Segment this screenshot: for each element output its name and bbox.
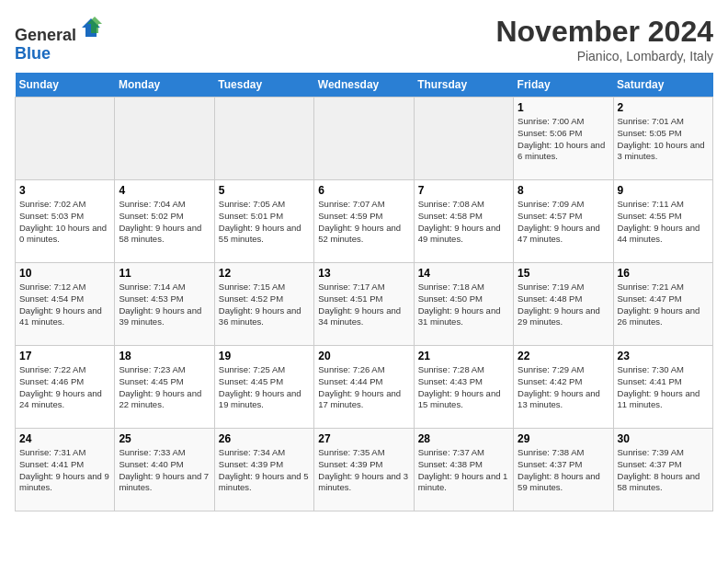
calendar-cell: 28Sunrise: 7:37 AM Sunset: 4:38 PM Dayli… — [414, 429, 513, 511]
logo-icon — [78, 15, 104, 40]
calendar-cell: 25Sunrise: 7:33 AM Sunset: 4:40 PM Dayli… — [115, 429, 214, 511]
weekday-header-monday: Monday — [115, 73, 214, 98]
week-row-1: 1Sunrise: 7:00 AM Sunset: 5:06 PM Daylig… — [16, 98, 713, 180]
day-number: 24 — [19, 432, 110, 445]
calendar-cell: 18Sunrise: 7:23 AM Sunset: 4:45 PM Dayli… — [115, 346, 214, 429]
calendar-cell: 7Sunrise: 7:08 AM Sunset: 4:58 PM Daylig… — [414, 180, 513, 263]
day-number: 8 — [518, 184, 609, 197]
month-title: November 2024 — [495, 15, 713, 49]
calendar-cell: 24Sunrise: 7:31 AM Sunset: 4:41 PM Dayli… — [16, 429, 115, 511]
day-info: Sunrise: 7:21 AM Sunset: 4:47 PM Dayligh… — [618, 282, 709, 328]
calendar-cell — [314, 98, 414, 180]
day-number: 19 — [219, 350, 310, 362]
day-number: 7 — [418, 184, 509, 197]
day-number: 10 — [19, 267, 110, 280]
day-info: Sunrise: 7:23 AM Sunset: 4:45 PM Dayligh… — [119, 364, 210, 411]
day-info: Sunrise: 7:04 AM Sunset: 5:02 PM Dayligh… — [119, 199, 210, 246]
week-row-2: 3Sunrise: 7:02 AM Sunset: 5:03 PM Daylig… — [16, 180, 713, 263]
day-number: 29 — [518, 432, 609, 445]
day-number: 2 — [618, 101, 709, 114]
calendar-cell: 2Sunrise: 7:01 AM Sunset: 5:05 PM Daylig… — [613, 98, 712, 180]
day-info: Sunrise: 7:26 AM Sunset: 4:44 PM Dayligh… — [318, 364, 409, 411]
day-info: Sunrise: 7:15 AM Sunset: 4:52 PM Dayligh… — [219, 282, 310, 328]
day-number: 3 — [19, 184, 110, 197]
week-row-5: 24Sunrise: 7:31 AM Sunset: 4:41 PM Dayli… — [16, 429, 713, 511]
calendar-cell: 20Sunrise: 7:26 AM Sunset: 4:44 PM Dayli… — [314, 346, 414, 429]
day-info: Sunrise: 7:08 AM Sunset: 4:58 PM Dayligh… — [418, 199, 509, 246]
calendar-cell: 10Sunrise: 7:12 AM Sunset: 4:54 PM Dayli… — [16, 263, 115, 346]
day-info: Sunrise: 7:38 AM Sunset: 4:37 PM Dayligh… — [518, 447, 609, 494]
calendar-cell: 13Sunrise: 7:17 AM Sunset: 4:51 PM Dayli… — [314, 263, 414, 346]
day-info: Sunrise: 7:00 AM Sunset: 5:06 PM Dayligh… — [518, 116, 609, 163]
day-number: 23 — [618, 350, 709, 362]
day-info: Sunrise: 7:05 AM Sunset: 5:01 PM Dayligh… — [219, 199, 310, 246]
calendar-cell — [414, 98, 513, 180]
calendar-cell — [214, 98, 313, 180]
logo: General Blue — [15, 15, 104, 63]
day-number: 6 — [318, 184, 409, 197]
calendar-cell: 11Sunrise: 7:14 AM Sunset: 4:53 PM Dayli… — [115, 263, 214, 346]
title-block: November 2024 Pianico, Lombardy, Italy — [495, 15, 713, 63]
calendar-cell: 29Sunrise: 7:38 AM Sunset: 4:37 PM Dayli… — [514, 429, 613, 511]
day-number: 9 — [618, 184, 709, 197]
weekday-header-wednesday: Wednesday — [314, 73, 414, 98]
day-info: Sunrise: 7:28 AM Sunset: 4:43 PM Dayligh… — [418, 364, 509, 411]
day-number: 14 — [418, 267, 509, 280]
day-info: Sunrise: 7:07 AM Sunset: 4:59 PM Dayligh… — [318, 199, 409, 246]
day-number: 5 — [219, 184, 310, 197]
day-number: 15 — [518, 267, 609, 280]
calendar-cell: 27Sunrise: 7:35 AM Sunset: 4:39 PM Dayli… — [314, 429, 414, 511]
logo-general: General — [15, 26, 76, 44]
day-info: Sunrise: 7:12 AM Sunset: 4:54 PM Dayligh… — [19, 282, 110, 328]
calendar-cell: 8Sunrise: 7:09 AM Sunset: 4:57 PM Daylig… — [514, 180, 613, 263]
day-info: Sunrise: 7:29 AM Sunset: 4:42 PM Dayligh… — [518, 364, 609, 411]
calendar-cell: 4Sunrise: 7:04 AM Sunset: 5:02 PM Daylig… — [115, 180, 214, 263]
day-info: Sunrise: 7:30 AM Sunset: 4:41 PM Dayligh… — [618, 364, 709, 411]
calendar-cell — [16, 98, 115, 180]
weekday-header-tuesday: Tuesday — [214, 73, 313, 98]
weekday-header-sunday: Sunday — [16, 73, 115, 98]
day-number: 21 — [418, 350, 509, 362]
calendar-cell: 3Sunrise: 7:02 AM Sunset: 5:03 PM Daylig… — [16, 180, 115, 263]
day-info: Sunrise: 7:39 AM Sunset: 4:37 PM Dayligh… — [618, 447, 709, 494]
calendar-cell: 26Sunrise: 7:34 AM Sunset: 4:39 PM Dayli… — [214, 429, 313, 511]
day-info: Sunrise: 7:14 AM Sunset: 4:53 PM Dayligh… — [119, 282, 210, 328]
day-number: 28 — [418, 432, 509, 445]
weekday-header-saturday: Saturday — [613, 73, 712, 98]
day-number: 25 — [119, 432, 210, 445]
day-number: 17 — [19, 350, 110, 362]
day-number: 11 — [119, 267, 210, 280]
day-number: 16 — [618, 267, 709, 280]
day-number: 12 — [219, 267, 310, 280]
location: Pianico, Lombardy, Italy — [495, 49, 713, 63]
week-row-4: 17Sunrise: 7:22 AM Sunset: 4:46 PM Dayli… — [16, 346, 713, 429]
weekday-header-row: SundayMondayTuesdayWednesdayThursdayFrid… — [16, 73, 713, 98]
calendar-cell: 14Sunrise: 7:18 AM Sunset: 4:50 PM Dayli… — [414, 263, 513, 346]
day-number: 30 — [618, 432, 709, 445]
day-info: Sunrise: 7:02 AM Sunset: 5:03 PM Dayligh… — [19, 199, 110, 246]
calendar-cell: 5Sunrise: 7:05 AM Sunset: 5:01 PM Daylig… — [214, 180, 313, 263]
day-info: Sunrise: 7:22 AM Sunset: 4:46 PM Dayligh… — [19, 364, 110, 411]
week-row-3: 10Sunrise: 7:12 AM Sunset: 4:54 PM Dayli… — [16, 263, 713, 346]
day-info: Sunrise: 7:31 AM Sunset: 4:41 PM Dayligh… — [19, 447, 110, 494]
calendar-cell — [115, 98, 214, 180]
calendar-cell: 21Sunrise: 7:28 AM Sunset: 4:43 PM Dayli… — [414, 346, 513, 429]
day-info: Sunrise: 7:18 AM Sunset: 4:50 PM Dayligh… — [418, 282, 509, 328]
day-info: Sunrise: 7:34 AM Sunset: 4:39 PM Dayligh… — [219, 447, 310, 494]
day-info: Sunrise: 7:11 AM Sunset: 4:55 PM Dayligh… — [618, 199, 709, 246]
calendar-cell: 16Sunrise: 7:21 AM Sunset: 4:47 PM Dayli… — [613, 263, 712, 346]
day-info: Sunrise: 7:25 AM Sunset: 4:45 PM Dayligh… — [219, 364, 310, 411]
calendar-cell: 6Sunrise: 7:07 AM Sunset: 4:59 PM Daylig… — [314, 180, 414, 263]
calendar-cell: 23Sunrise: 7:30 AM Sunset: 4:41 PM Dayli… — [613, 346, 712, 429]
day-info: Sunrise: 7:35 AM Sunset: 4:39 PM Dayligh… — [318, 447, 409, 494]
day-number: 26 — [219, 432, 310, 445]
weekday-header-thursday: Thursday — [414, 73, 513, 98]
day-info: Sunrise: 7:01 AM Sunset: 5:05 PM Dayligh… — [618, 116, 709, 163]
day-number: 22 — [518, 350, 609, 362]
day-number: 1 — [518, 101, 609, 114]
calendar-cell: 17Sunrise: 7:22 AM Sunset: 4:46 PM Dayli… — [16, 346, 115, 429]
day-info: Sunrise: 7:17 AM Sunset: 4:51 PM Dayligh… — [318, 282, 409, 328]
calendar-cell: 22Sunrise: 7:29 AM Sunset: 4:42 PM Dayli… — [514, 346, 613, 429]
calendar-cell: 12Sunrise: 7:15 AM Sunset: 4:52 PM Dayli… — [214, 263, 313, 346]
page-header: General Blue November 2024 Pianico, Lomb… — [15, 15, 713, 63]
